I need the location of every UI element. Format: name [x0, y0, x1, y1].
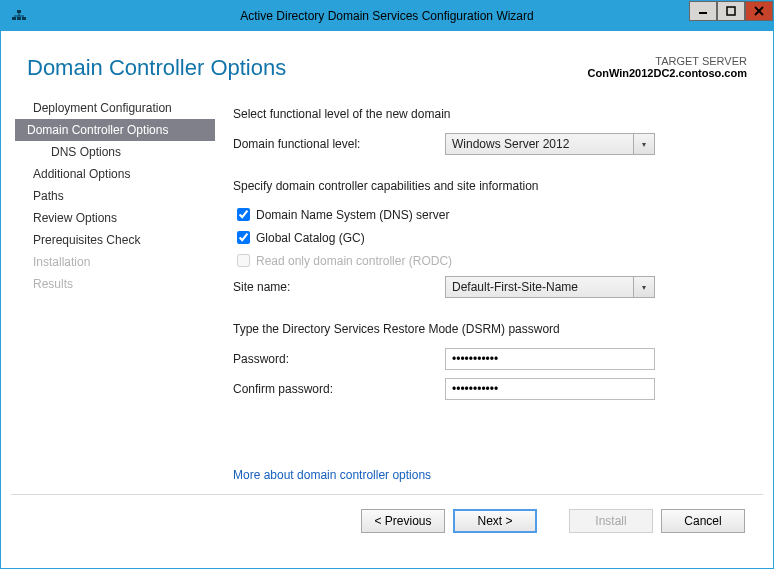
minimize-button[interactable]	[689, 1, 717, 21]
confirm-password-input[interactable]	[445, 378, 655, 400]
rodc-label: Read only domain controller (RODC)	[256, 254, 452, 268]
domain-functional-level-value: Windows Server 2012	[452, 137, 569, 151]
password-input[interactable]	[445, 348, 655, 370]
global-catalog-checkbox[interactable]	[237, 231, 250, 244]
cancel-button[interactable]: Cancel	[661, 509, 745, 533]
target-server-name: ConWin2012DC2.contoso.com	[588, 67, 747, 79]
step-installation: Installation	[15, 251, 215, 273]
password-label: Password:	[233, 352, 445, 366]
step-dns-options[interactable]: DNS Options	[15, 141, 215, 163]
svg-rect-0	[17, 10, 21, 13]
next-button[interactable]: Next >	[453, 509, 537, 533]
global-catalog-label: Global Catalog (GC)	[256, 231, 365, 245]
rodc-checkbox	[237, 254, 250, 267]
site-name-value: Default-First-Site-Name	[452, 280, 578, 294]
install-button: Install	[569, 509, 653, 533]
step-domain-controller-options[interactable]: Domain Controller Options	[15, 119, 215, 141]
domain-functional-level-dropdown[interactable]: Windows Server 2012 ▾	[445, 133, 655, 155]
svg-rect-3	[12, 17, 16, 20]
confirm-password-label: Confirm password:	[233, 382, 445, 396]
previous-button[interactable]: < Previous	[361, 509, 445, 533]
target-server-label: TARGET SERVER	[588, 55, 747, 67]
page-title: Domain Controller Options	[27, 55, 286, 81]
window-title: Active Directory Domain Services Configu…	[1, 9, 773, 23]
capabilities-section-label: Specify domain controller capabilities a…	[233, 179, 723, 193]
svg-rect-5	[22, 17, 26, 20]
step-review-options[interactable]: Review Options	[15, 207, 215, 229]
site-name-label: Site name:	[233, 280, 445, 294]
step-deployment-configuration[interactable]: Deployment Configuration	[15, 97, 215, 119]
more-about-link[interactable]: More about domain controller options	[233, 468, 431, 482]
domain-functional-level-label: Domain functional level:	[233, 137, 445, 151]
step-prerequisites-check[interactable]: Prerequisites Check	[15, 229, 215, 251]
site-name-dropdown[interactable]: Default-First-Site-Name ▾	[445, 276, 655, 298]
step-paths[interactable]: Paths	[15, 185, 215, 207]
svg-rect-7	[727, 7, 735, 15]
dns-server-label: Domain Name System (DNS) server	[256, 208, 449, 222]
target-server-block: TARGET SERVER ConWin2012DC2.contoso.com	[588, 55, 747, 79]
functional-level-section-label: Select functional level of the new domai…	[233, 107, 723, 121]
app-icon	[7, 4, 31, 28]
step-additional-options[interactable]: Additional Options	[15, 163, 215, 185]
chevron-down-icon: ▾	[633, 133, 655, 155]
wizard-steps-sidebar: Deployment Configuration Domain Controll…	[15, 89, 215, 482]
step-results: Results	[15, 273, 215, 295]
close-button[interactable]	[745, 1, 773, 21]
svg-rect-4	[17, 17, 21, 20]
title-bar: Active Directory Domain Services Configu…	[1, 1, 773, 31]
dsrm-section-label: Type the Directory Services Restore Mode…	[233, 322, 723, 336]
dns-server-checkbox[interactable]	[237, 208, 250, 221]
maximize-button[interactable]	[717, 1, 745, 21]
chevron-down-icon: ▾	[633, 276, 655, 298]
